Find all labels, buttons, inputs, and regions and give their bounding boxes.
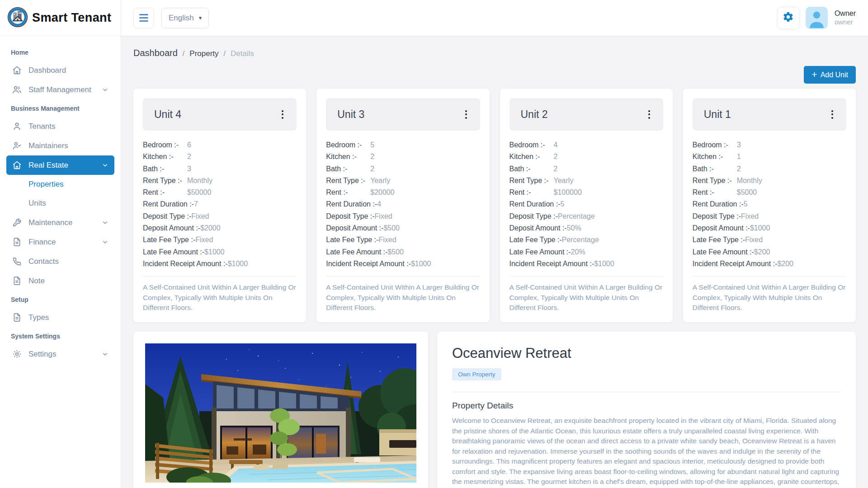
sidebar-item-maintainers[interactable]: Maintainers — [6, 136, 114, 155]
divider — [693, 276, 846, 277]
sidebar-subitem-properties[interactable]: Properties — [6, 175, 114, 194]
field-value: Yearly — [554, 175, 574, 187]
unit-card-unit-4: Unit 4Bedroom :-6Kitchen :-2Bath :-3Rent… — [133, 89, 306, 322]
unit-card-header: Unit 1 — [693, 98, 846, 131]
sidebar-item-maintenance[interactable]: Maintenance — [6, 213, 114, 232]
language-dropdown[interactable]: English ▾ — [161, 8, 209, 28]
field-label: Rent Duration :- — [693, 198, 744, 210]
field-value: 2 — [737, 163, 741, 175]
field-label: Bath :- — [326, 163, 370, 175]
breadcrumb-dashboard[interactable]: Dashboard — [133, 48, 178, 58]
field-value: $200 — [777, 258, 793, 270]
field-label: Incident Receipt Amount :- — [509, 258, 594, 270]
property-details-card: Oceanview Retreat Own Property Property … — [437, 332, 856, 488]
field-value: $2000 — [200, 222, 221, 234]
unit-field-row: Rent :-$100000 — [509, 187, 663, 198]
user-name: Owner — [835, 9, 856, 18]
field-value: Fixed — [378, 234, 396, 246]
unit-field-row: Bedroom :-6 — [143, 139, 297, 151]
unit-field-row: Deposit Type :-Fixed — [693, 211, 846, 222]
unit-card-body: Bedroom :-4Kitchen :-2Bath :-2Rent Type … — [509, 131, 663, 270]
unit-description: A Self-Contained Unit Within A Larger Bu… — [143, 282, 297, 313]
sidebar-item-dashboard[interactable]: Dashboard — [6, 61, 114, 80]
sidebar-item-label: Real Estate — [28, 161, 68, 170]
person-icon — [806, 7, 828, 29]
field-value: 5 — [370, 139, 374, 151]
field-label: Bath :- — [693, 163, 737, 175]
sidebar-item-types[interactable]: Types — [6, 308, 114, 327]
wrench-icon — [12, 218, 22, 227]
unit-field-row: Rent :-$50000 — [143, 187, 297, 198]
unit-card-unit-2: Unit 2Bedroom :-4Kitchen :-2Bath :-2Rent… — [500, 89, 673, 322]
unit-card-unit-3: Unit 3Bedroom :-5Kitchen :-2Bath :-2Rent… — [316, 89, 489, 322]
unit-description: A Self-Contained Unit Within A Larger Bu… — [693, 282, 846, 313]
sidebar-item-finance[interactable]: Finance — [6, 232, 114, 252]
field-value: Fixed — [741, 211, 759, 222]
file-icon — [12, 276, 22, 286]
field-value: 3 — [187, 163, 191, 175]
sidebar-item-note[interactable]: Note — [6, 271, 114, 291]
sidebar-item-contacts[interactable]: Contacts — [6, 252, 114, 271]
property-photo — [145, 343, 416, 488]
field-value: 2 — [370, 151, 374, 163]
settings-button[interactable] — [778, 8, 799, 28]
kebab-menu-icon[interactable] — [830, 108, 835, 121]
unit-field-row: Incident Receipt Amount :-$1000 — [326, 258, 480, 270]
field-label: Rent Duration :- — [143, 198, 194, 210]
field-value: $50000 — [187, 187, 211, 198]
field-label: Deposit Type :- — [693, 211, 741, 222]
sidebar-item-tenants[interactable]: Tenants — [6, 117, 114, 136]
field-label: Deposit Amount :- — [326, 222, 383, 234]
kebab-menu-icon[interactable] — [646, 108, 652, 121]
unit-description: A Self-Contained Unit Within A Larger Bu… — [326, 282, 480, 313]
unit-card-body: Bedroom :-5Kitchen :-2Bath :-2Rent Type … — [326, 131, 480, 270]
sidebar-item-label: Types — [28, 313, 49, 322]
field-label: Kitchen :- — [326, 151, 370, 163]
field-label: Late Fee Type :- — [326, 234, 378, 246]
sidebar-item-staff-management[interactable]: Staff Management — [6, 80, 114, 99]
field-label: Deposit Type :- — [143, 211, 191, 222]
unit-field-row: Late Fee Amount :-$1000 — [143, 246, 297, 258]
sidebar-toggle-button[interactable] — [133, 8, 154, 28]
unit-field-row: Incident Receipt Amount :-$1000 — [143, 258, 297, 270]
breadcrumb: Dashboard / Property / Details — [133, 48, 856, 58]
property-photo-card — [133, 332, 428, 488]
user-info: Owner owner — [835, 9, 856, 27]
property-section: Oceanview Retreat Own Property Property … — [133, 332, 856, 488]
unit-field-row: Late Fee Type :-Fixed — [326, 234, 480, 246]
unit-card-header: Unit 4 — [143, 98, 297, 131]
user-role: owner — [835, 18, 856, 27]
unit-field-row: Rent Duration :-5 — [693, 198, 846, 210]
unit-title: Unit 3 — [337, 108, 364, 121]
unit-field-row: Rent :-$20000 — [326, 187, 480, 198]
sidebar-item-label: Finance — [28, 238, 56, 247]
field-value: Monthly — [187, 175, 212, 187]
unit-title: Unit 4 — [154, 108, 181, 121]
sidebar-item-label: Dashboard — [28, 66, 66, 75]
field-value: 2 — [554, 163, 558, 175]
file-icon — [12, 237, 22, 247]
breadcrumb-property[interactable]: Property — [189, 49, 218, 58]
field-value: $20000 — [370, 187, 394, 198]
sidebar-item-settings[interactable]: Settings — [6, 344, 114, 364]
sidebar-item-label: Settings — [28, 350, 56, 359]
brand-logo-icon — [7, 7, 28, 29]
field-label: Late Fee Amount :- — [326, 246, 387, 258]
field-value: 7 — [194, 198, 198, 210]
field-value: Monthly — [737, 175, 762, 187]
sidebar-subitem-units[interactable]: Units — [6, 194, 114, 213]
kebab-menu-icon[interactable] — [280, 108, 285, 121]
page-content: Dashboard / Property / Details + Add Uni… — [121, 36, 868, 488]
topbar: English ▾ Owner owner — [121, 0, 868, 36]
field-label: Deposit Type :- — [326, 211, 374, 222]
sidebar-item-real-estate[interactable]: Real Estate — [6, 155, 114, 175]
hamburger-icon — [139, 14, 148, 22]
add-unit-button[interactable]: + Add Unit — [804, 66, 856, 84]
field-label: Rent Type :- — [143, 175, 187, 187]
add-unit-label: Add Unit — [821, 71, 848, 79]
user-avatar[interactable] — [806, 7, 828, 29]
unit-cards-row: Unit 4Bedroom :-6Kitchen :-2Bath :-3Rent… — [133, 89, 856, 322]
unit-field-row: Bedroom :-3 — [693, 139, 846, 151]
kebab-menu-icon[interactable] — [463, 108, 469, 121]
field-value: $1000 — [204, 246, 225, 258]
